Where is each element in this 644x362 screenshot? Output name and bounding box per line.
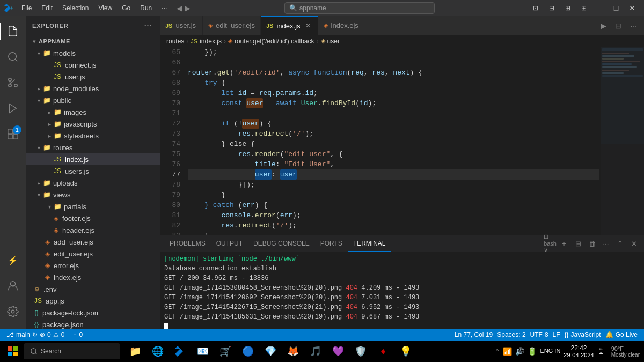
breadcrumb-routes[interactable]: routes (166, 38, 184, 45)
sidebar-item-partials[interactable]: ▾ 📁 partials (26, 201, 160, 212)
close-btn[interactable]: ✕ (625, 3, 640, 13)
terminal-content[interactable]: [nodemon] starting `node ./bin/www` Data… (160, 252, 644, 329)
nav-forward[interactable]: ▶ (185, 4, 191, 12)
status-language[interactable]: {} JavaScript (562, 329, 603, 341)
sidebar-item-edituser[interactable]: ◈ edit_user.ejs (26, 248, 160, 260)
new-file-btn[interactable]: ··· (143, 20, 153, 31)
tray-battery[interactable]: 🔋 (528, 347, 537, 356)
tray-arrow[interactable]: ⌃ (495, 348, 500, 355)
status-ports[interactable]: ⑂ 0 (71, 329, 85, 341)
panel-tab-problems[interactable]: PROBLEMS (164, 235, 211, 252)
taskbar-icon-browser[interactable]: 🌐 (147, 341, 169, 362)
taskbar-icon-edge[interactable]: 🔵 (237, 341, 259, 362)
activity-source-control[interactable] (0, 70, 26, 95)
sidebar-item-error[interactable]: ◈ error.ejs (26, 260, 160, 271)
layout-btn[interactable]: ⊡ (528, 3, 543, 13)
terminal-add-btn[interactable]: + (558, 238, 570, 249)
panel-tab-output[interactable]: OUTPUT (211, 235, 248, 252)
taskbar-icon-shield[interactable]: 🛡️ (350, 341, 371, 362)
sidebar-item-adduser[interactable]: ◈ add_user.ejs (26, 236, 160, 248)
tab-indexejs[interactable]: ◈ index.ejs (318, 16, 364, 35)
sidebar-item-models[interactable]: ▾ 📁 models (26, 47, 160, 59)
taskbar-icon-game[interactable]: 💎 (260, 341, 281, 362)
sidebar-item-indexjs[interactable]: ▸ JS index.js (26, 153, 160, 165)
taskbar-icon-vscode[interactable] (170, 341, 191, 362)
activity-remote[interactable]: ⚡ (0, 247, 26, 273)
taskbar-icon-purple[interactable]: 💜 (327, 341, 349, 362)
status-spaces[interactable]: Spaces: 2 (495, 329, 528, 341)
menu-file[interactable]: File (17, 3, 36, 13)
breadcrumb-indexjs[interactable]: index.js (200, 38, 222, 45)
activity-run[interactable] (0, 95, 26, 121)
activity-settings[interactable] (0, 299, 26, 324)
sidebar-item-pkg[interactable]: {} package.json (26, 319, 160, 329)
menu-more[interactable]: ··· (157, 3, 171, 13)
taskbar-icon-firefox[interactable]: 🦊 (282, 341, 304, 362)
taskbar-icon-mail[interactable]: 📧 (192, 341, 214, 362)
taskbar-icon-music[interactable]: 🎵 (305, 341, 326, 362)
activity-search[interactable] (0, 44, 26, 70)
menu-selection[interactable]: Selection (58, 3, 93, 13)
sidebar-item-usermodel[interactable]: ▸ JS user.js (26, 71, 160, 83)
activity-extensions[interactable]: 1 (0, 121, 26, 147)
sidebar-item-indexejs[interactable]: ◈ index.ejs (26, 271, 160, 283)
taskbar-search-box[interactable]: Search (24, 343, 120, 359)
sidebar-item-usersjs[interactable]: ▸ JS users.js (26, 165, 160, 177)
sidebar-item-routes[interactable]: ▾ 📁 routes (26, 142, 160, 153)
menu-go[interactable]: Go (118, 3, 135, 13)
run-btn[interactable]: ▶ (597, 19, 610, 32)
sidebar-item-uploads[interactable]: ▸ 📁 uploads (26, 177, 160, 189)
tray-clock[interactable]: 22:42 29-04-2024 (564, 344, 594, 358)
sidebar-item-env[interactable]: ⚙ .env (26, 283, 160, 295)
sidebar-item-connect[interactable]: ▸ JS connect.js (26, 59, 160, 71)
maximize-btn[interactable]: □ (609, 3, 624, 13)
nav-back[interactable]: ◀ (177, 4, 182, 12)
tray-sound[interactable]: 🔊 (515, 347, 524, 356)
tray-notification[interactable]: 🗓 (597, 347, 605, 356)
taskbar-icon-store[interactable]: 🛒 (215, 341, 236, 362)
taskbar-icon-bulb[interactable]: 💡 (395, 341, 416, 362)
code-content[interactable]: }); router.get('/edit/:id', async functi… (186, 47, 601, 235)
status-eol[interactable]: LF (551, 329, 562, 341)
split-btn[interactable]: ⊞ (560, 3, 575, 13)
search-box[interactable]: 🔍 appname (284, 2, 435, 14)
panel-tab-terminal[interactable]: TERMINAL (348, 235, 391, 252)
tray-lang[interactable]: ENG IN (540, 348, 560, 354)
tray-network[interactable]: 📶 (503, 347, 512, 356)
panel-tab-debug[interactable]: DEBUG CONSOLE (248, 235, 315, 252)
terminal-kill-btn[interactable]: 🗑 (586, 238, 598, 249)
activity-account[interactable] (0, 273, 26, 299)
split-editor-btn[interactable]: ⊟ (612, 19, 625, 32)
sidebar-item-nodemodules[interactable]: ▸ 📁 node_modules (26, 83, 160, 94)
activity-explorer[interactable] (0, 18, 26, 44)
status-position[interactable]: Ln 77, Col 19 (452, 329, 495, 341)
sidebar-item-pkglock[interactable]: {} package-lock.json (26, 307, 160, 319)
panel-tab-ports[interactable]: PORTS (315, 235, 348, 252)
status-git[interactable]: ⎇ main ↻ ⊗ 0 ⚠ 0 (4, 329, 67, 341)
status-golive[interactable]: 🔔 Go Live (603, 329, 640, 341)
terminal-close-btn[interactable]: ✕ (628, 238, 640, 249)
taskbar-start-btn[interactable] (2, 341, 24, 362)
layout-btn2[interactable]: ⊟ (544, 3, 559, 13)
minimize-btn[interactable]: — (592, 3, 608, 13)
menu-edit[interactable]: Edit (37, 3, 57, 13)
sidebar-item-public[interactable]: ▾ 📁 public (26, 94, 160, 106)
sidebar-item-views[interactable]: ▾ 📁 views (26, 189, 160, 201)
sidebar-item-js[interactable]: ▸ 📁 javascripts (26, 118, 160, 130)
terminal-max-btn[interactable]: ⌃ (614, 238, 626, 249)
sidebar-item-images[interactable]: ▸ 📁 images (26, 106, 160, 118)
sidebar-item-footer[interactable]: ◈ footer.ejs (26, 212, 160, 224)
menu-view[interactable]: View (94, 3, 116, 13)
more-actions-btn[interactable]: ··· (627, 19, 640, 32)
terminal-shell-btn[interactable]: ⊞ bash ∨ (544, 238, 556, 249)
status-encoding[interactable]: UTF-8 (528, 329, 551, 341)
sidebar-item-header[interactable]: ◈ header.ejs (26, 224, 160, 236)
terminal-split-btn[interactable]: ⊟ (572, 238, 584, 249)
terminal-more-btn[interactable]: ··· (600, 238, 612, 249)
sidebar-item-css[interactable]: ▸ 📁 stylesheets (26, 130, 160, 142)
sidebar-item-appjs[interactable]: JS app.js (26, 295, 160, 307)
sidebar-root[interactable]: ▾ APPNAME (26, 35, 160, 47)
menu-run[interactable]: Run (136, 3, 156, 13)
grid-btn[interactable]: ⊞ (576, 3, 591, 13)
taskbar-icon-ruby[interactable]: ♦ (372, 341, 394, 362)
